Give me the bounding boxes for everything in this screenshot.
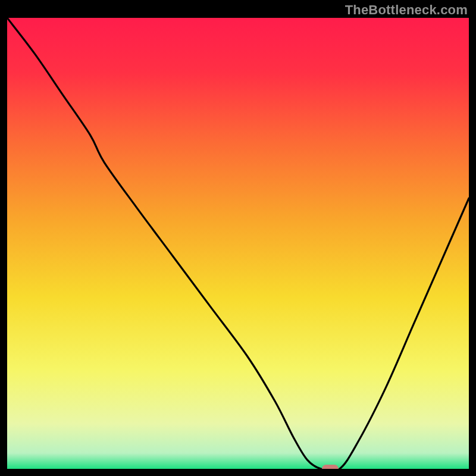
- bottleneck-curve: [7, 18, 469, 469]
- chart-frame: { "watermark": { "text": "TheBottleneck.…: [0, 0, 476, 476]
- plot-area: [7, 18, 469, 469]
- watermark-text: TheBottleneck.com: [345, 2, 468, 18]
- optimal-marker: [322, 465, 339, 469]
